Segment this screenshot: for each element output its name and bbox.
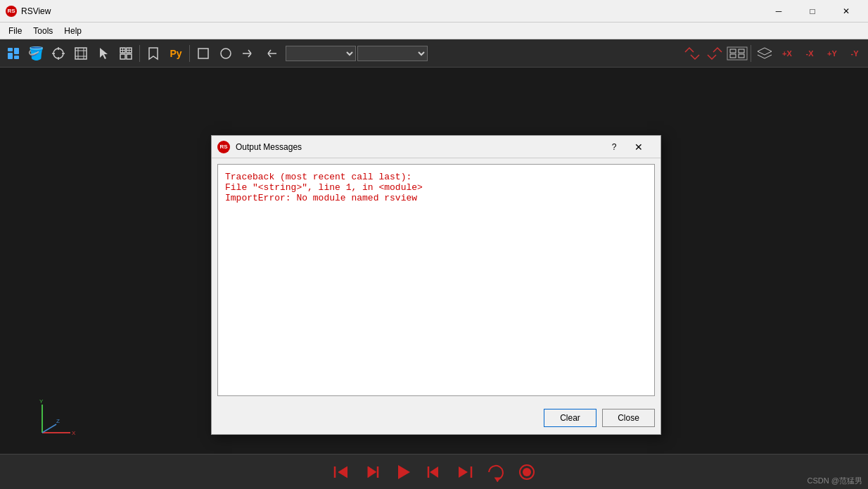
svg-point-23 bbox=[221, 49, 231, 58]
dialog-title-bar: RS Output Messages ? ✕ bbox=[212, 136, 660, 158]
toolbar-icon-expand[interactable] bbox=[682, 43, 703, 64]
skip-to-end-button[interactable] bbox=[452, 459, 478, 485]
toolbar-icon-bookmark[interactable] bbox=[143, 43, 164, 64]
dialog-close-button[interactable]: Close bbox=[602, 409, 655, 427]
toolbar-icon-grid[interactable] bbox=[115, 43, 136, 64]
svg-rect-33 bbox=[739, 49, 744, 53]
svg-rect-31 bbox=[730, 49, 736, 53]
toolbar-sep-right bbox=[751, 45, 751, 62]
toolbar-icon-expand2[interactable] bbox=[704, 43, 725, 64]
toolbar: 🪣 bbox=[0, 39, 868, 68]
toolbar-dropdown-2[interactable] bbox=[357, 46, 428, 61]
dialog-help-button[interactable]: ? bbox=[606, 139, 623, 155]
dialog-close-title-button[interactable]: ✕ bbox=[623, 136, 655, 158]
svg-rect-1 bbox=[8, 53, 13, 59]
svg-rect-0 bbox=[8, 48, 13, 51]
app-icon: RS bbox=[6, 6, 17, 17]
window-controls: ─ □ ✕ bbox=[762, 0, 862, 23]
svg-marker-43 bbox=[398, 465, 410, 479]
svg-rect-34 bbox=[739, 54, 744, 58]
maximize-button[interactable]: □ bbox=[796, 0, 829, 23]
dialog-footer: Clear Close bbox=[212, 402, 660, 434]
toolbar-icon-arrow-right[interactable] bbox=[238, 43, 259, 64]
toolbar-icon-python[interactable]: Py bbox=[165, 43, 186, 64]
toolbar-icon-frame[interactable] bbox=[727, 43, 748, 64]
toolbar-right-section: +X -X +Y -Y bbox=[682, 43, 865, 64]
menu-tools[interactable]: Tools bbox=[27, 25, 58, 37]
svg-rect-2 bbox=[14, 48, 19, 54]
message-line-2: File "<string>", line 1, in <module> bbox=[225, 182, 647, 193]
step-back-button[interactable] bbox=[359, 459, 385, 485]
toolbar-sep-2 bbox=[189, 45, 190, 62]
svg-rect-32 bbox=[730, 54, 736, 58]
bottom-bar: CSDN @范猛男 bbox=[0, 454, 868, 489]
output-messages-dialog: RS Output Messages ? ✕ Traceback (most r… bbox=[211, 135, 661, 435]
svg-marker-47 bbox=[459, 466, 468, 478]
menu-help[interactable]: Help bbox=[58, 25, 87, 37]
menu-bar: File Tools Help bbox=[0, 23, 868, 39]
svg-point-4 bbox=[53, 49, 63, 58]
play-button[interactable] bbox=[390, 459, 416, 485]
step-forward-button[interactable] bbox=[421, 459, 447, 485]
menu-file[interactable]: File bbox=[3, 25, 27, 37]
toolbar-icon-circle[interactable] bbox=[215, 43, 236, 64]
svg-rect-3 bbox=[14, 56, 19, 59]
message-line-1: Traceback (most recent call last): bbox=[225, 172, 647, 182]
svg-text:X: X bbox=[72, 430, 76, 436]
svg-point-49 bbox=[523, 468, 531, 476]
toolbar-icon-1[interactable] bbox=[3, 43, 24, 64]
toolbar-icon-axis-ny[interactable]: -Y bbox=[844, 43, 865, 64]
coordinate-axes: X Y Z bbox=[35, 398, 77, 440]
skip-to-start-button[interactable] bbox=[328, 459, 354, 485]
svg-rect-9 bbox=[75, 48, 87, 59]
svg-line-37 bbox=[42, 424, 56, 433]
main-viewport: X Y Z RS Output Messages ? ✕ Traceback (… bbox=[0, 68, 868, 454]
svg-text:Z: Z bbox=[56, 418, 60, 424]
loop-button[interactable] bbox=[483, 459, 509, 485]
toolbar-icon-layer[interactable] bbox=[754, 43, 775, 64]
toolbar-icon-crosshair[interactable] bbox=[48, 43, 69, 64]
message-line-3: ImportError: No module named rsview bbox=[225, 193, 647, 203]
toolbar-icon-square[interactable] bbox=[193, 43, 214, 64]
clear-button[interactable]: Clear bbox=[544, 409, 596, 427]
close-window-button[interactable]: ✕ bbox=[830, 0, 862, 23]
minimize-button[interactable]: ─ bbox=[762, 0, 795, 23]
dialog-title: Output Messages bbox=[236, 142, 606, 152]
svg-rect-22 bbox=[198, 49, 208, 58]
svg-rect-17 bbox=[127, 54, 132, 59]
dialog-body: Traceback (most recent call last): File … bbox=[212, 158, 660, 402]
svg-marker-45 bbox=[430, 466, 438, 478]
toolbar-icon-axis-px[interactable]: +X bbox=[777, 43, 798, 64]
toolbar-icon-axis-py[interactable]: +Y bbox=[822, 43, 843, 64]
toolbar-icon-trim[interactable] bbox=[70, 43, 91, 64]
toolbar-icon-arrow-left[interactable] bbox=[260, 43, 281, 64]
record-button[interactable] bbox=[514, 459, 540, 485]
app-title: RSView bbox=[21, 6, 762, 16]
dialog-message-area: Traceback (most recent call last): File … bbox=[217, 164, 655, 396]
toolbar-dropdown-1[interactable] bbox=[286, 46, 356, 61]
svg-text:Y: Y bbox=[39, 398, 44, 405]
toolbar-icon-select[interactable] bbox=[93, 43, 114, 64]
watermark: CSDN @范猛男 bbox=[808, 476, 862, 486]
toolbar-icon-bucket[interactable]: 🪣 bbox=[25, 43, 46, 64]
toolbar-icon-axis-nx[interactable]: -X bbox=[799, 43, 820, 64]
toolbar-sep-1 bbox=[139, 45, 140, 62]
dialog-app-icon: RS bbox=[217, 141, 230, 153]
svg-rect-16 bbox=[120, 54, 125, 59]
title-bar: RS RSView ─ □ ✕ bbox=[0, 0, 868, 23]
